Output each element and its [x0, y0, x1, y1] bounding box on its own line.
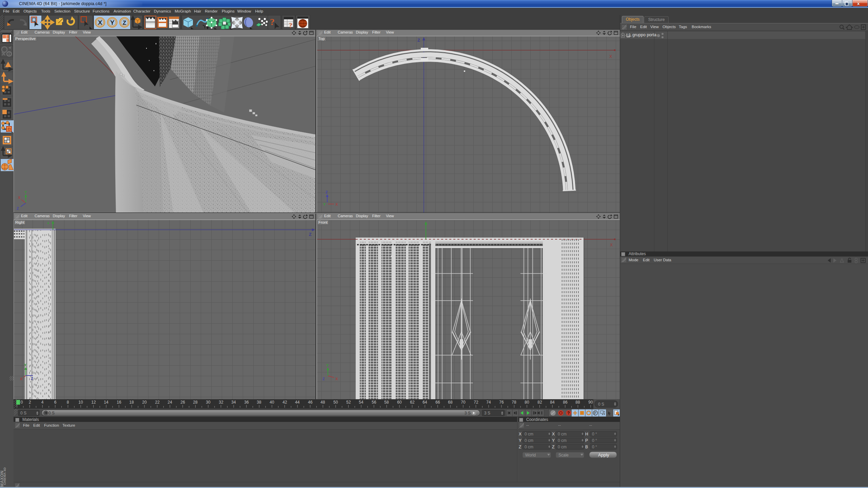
svg-text:P: P: [594, 411, 596, 415]
svg-text:Scale: Scale: [558, 453, 569, 458]
svg-text:Z: Z: [17, 206, 19, 210]
svg-text:82: 82: [537, 400, 542, 405]
svg-text:X: X: [18, 196, 21, 200]
svg-text:70: 70: [461, 400, 466, 405]
svg-text:48: 48: [320, 400, 325, 405]
svg-text:22: 22: [155, 400, 160, 405]
svg-text:?: ?: [270, 17, 275, 27]
svg-text:58: 58: [384, 400, 389, 405]
svg-text:38: 38: [257, 400, 261, 405]
svg-text:0 cm: 0 cm: [525, 438, 533, 443]
svg-text:0 °: 0 °: [592, 432, 597, 436]
svg-text:16: 16: [117, 400, 121, 405]
svg-text:Y: Y: [552, 438, 555, 443]
svg-text:World: World: [525, 453, 536, 458]
svg-text:62: 62: [410, 400, 415, 405]
svg-text:36: 36: [244, 400, 249, 405]
svg-text:Y: Y: [323, 202, 326, 206]
svg-text:34: 34: [231, 400, 236, 405]
svg-text:40: 40: [270, 400, 274, 405]
svg-text:2: 2: [29, 400, 31, 405]
svg-text:60: 60: [397, 400, 402, 405]
svg-text:0 S: 0 S: [48, 411, 55, 415]
svg-text:14: 14: [104, 400, 108, 405]
svg-text:72: 72: [474, 400, 478, 405]
svg-text:50: 50: [333, 400, 338, 405]
svg-text:0 cm: 0 cm: [525, 445, 533, 449]
svg-text:68: 68: [448, 400, 453, 405]
svg-text:46: 46: [308, 400, 313, 405]
svg-text:8: 8: [67, 400, 69, 405]
svg-text:32: 32: [219, 400, 223, 405]
svg-text:?: ?: [567, 411, 570, 415]
svg-text:44: 44: [295, 400, 300, 405]
svg-text:0 cm: 0 cm: [558, 445, 567, 449]
svg-text:P: P: [585, 438, 588, 443]
svg-text:0 S: 0 S: [598, 402, 604, 407]
svg-text:0 cm: 0 cm: [558, 432, 567, 436]
svg-text:0 cm: 0 cm: [558, 438, 567, 443]
svg-text:66: 66: [435, 400, 440, 405]
svg-text:30: 30: [206, 400, 211, 405]
svg-text:?: ?: [289, 22, 292, 29]
svg-text:Z: Z: [123, 20, 126, 26]
svg-text:18: 18: [129, 400, 134, 405]
svg-text:26: 26: [180, 400, 185, 405]
svg-text:Z: Z: [552, 445, 554, 449]
svg-text:X: X: [20, 377, 23, 381]
svg-text:0 S: 0 S: [20, 411, 26, 415]
svg-text:52: 52: [346, 400, 351, 405]
svg-text:54: 54: [359, 400, 363, 405]
svg-text:56: 56: [372, 400, 376, 405]
svg-text:4: 4: [41, 400, 44, 405]
svg-text:Z: Z: [309, 232, 312, 237]
svg-text:0: 0: [21, 400, 23, 405]
svg-text:X: X: [519, 432, 521, 436]
svg-text:Y: Y: [24, 190, 27, 194]
svg-text:86: 86: [563, 400, 568, 405]
svg-text:64: 64: [422, 400, 427, 405]
svg-text:12: 12: [91, 400, 96, 405]
svg-text:20: 20: [142, 400, 147, 405]
svg-text:0 cm: 0 cm: [525, 432, 533, 436]
svg-text:Y: Y: [326, 363, 329, 367]
svg-text:X: X: [609, 54, 612, 59]
svg-text:H: H: [585, 432, 588, 436]
svg-text:6: 6: [54, 400, 57, 405]
svg-text:28: 28: [193, 400, 198, 405]
svg-text:80: 80: [525, 400, 529, 405]
svg-text:74: 74: [486, 400, 491, 405]
svg-text:X: X: [98, 19, 102, 26]
svg-text:10: 10: [78, 400, 83, 405]
svg-text:X: X: [335, 377, 338, 381]
svg-text:0 °: 0 °: [592, 438, 597, 443]
svg-text:78: 78: [512, 400, 516, 405]
svg-text:24: 24: [167, 400, 172, 405]
svg-text:0: 0: [629, 33, 630, 36]
svg-text:X: X: [552, 432, 555, 436]
svg-text:Y: Y: [110, 19, 115, 26]
svg-text:88: 88: [575, 400, 580, 405]
svg-text:Z: Z: [417, 38, 420, 43]
svg-text:76: 76: [499, 400, 504, 405]
svg-text:B: B: [585, 445, 588, 449]
svg-text:Z: Z: [326, 190, 328, 194]
svg-text:90: 90: [588, 400, 593, 405]
svg-text:Y: Y: [24, 363, 27, 367]
svg-text:Z: Z: [31, 377, 33, 381]
svg-text:3 S: 3 S: [484, 411, 490, 415]
svg-text:X: X: [335, 202, 338, 206]
svg-text:X: X: [610, 243, 613, 247]
svg-text:Z: Z: [519, 445, 521, 449]
svg-text:Z: Z: [322, 377, 325, 381]
svg-text:42: 42: [282, 400, 287, 405]
svg-text:0 °: 0 °: [592, 445, 597, 449]
svg-text:3 S: 3 S: [465, 411, 471, 415]
svg-text:Y: Y: [519, 438, 521, 443]
svg-text:84: 84: [550, 400, 555, 405]
svg-text:Apply: Apply: [598, 452, 609, 458]
